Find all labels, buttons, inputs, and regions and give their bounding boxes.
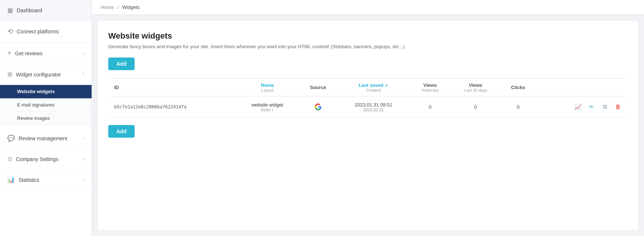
widget-name: website widget Slider I. <box>236 96 299 118</box>
breadcrumb: Home / Widgets <box>92 0 644 15</box>
statistics-icon: 📊 <box>7 176 15 183</box>
puzzle-icon: ⊞ <box>7 71 12 78</box>
sidebar-sub-label: E-mail signatures <box>17 102 54 108</box>
sidebar-item-label: Statistics <box>19 177 39 183</box>
widget-id: b5cfe1a12e6c2066ba76224147a <box>108 96 236 118</box>
sidebar-item-label: Dashboard <box>17 7 42 13</box>
widget-source <box>298 96 337 118</box>
sidebar-item-label: Review management <box>19 135 67 141</box>
sidebar-sub-item-website-widgets[interactable]: Website widgets <box>0 85 92 98</box>
sidebar-item-company-settings[interactable]: ⊙ Company Settings › <box>0 149 92 170</box>
col-header-id: ID <box>108 79 236 96</box>
sidebar-item-widget-configurator[interactable]: ⊞ Widget configurator ˅ <box>0 64 92 85</box>
sidebar-sub-item-review-images[interactable]: Review images <box>0 112 92 125</box>
dashboard-icon: ▦ <box>7 7 13 14</box>
breadcrumb-current: Widgets <box>122 4 140 10</box>
edit-action-icon[interactable]: ✏ <box>586 102 597 112</box>
sidebar-item-statistics[interactable]: 📊 Statistics › <box>0 170 92 190</box>
widget-clicks: 0 <box>501 96 536 118</box>
sidebar-sub-label: Website widgets <box>17 89 55 94</box>
sidebar-item-label: Get reviews <box>15 50 43 56</box>
chart-action-icon[interactable]: 📈 <box>573 102 583 112</box>
chevron-right-icon: › <box>83 177 84 183</box>
table-row: b5cfe1a12e6c2066ba76224147a website widg… <box>108 96 628 118</box>
sidebar-item-dashboard[interactable]: ▦ Dashboard <box>0 0 92 21</box>
col-header-source: Source <box>298 79 337 96</box>
widget-last-saved: 2023.01.31 09:51 2023.01.31 <box>338 96 409 118</box>
sidebar-item-get-reviews[interactable]: + Get reviews › <box>0 43 92 64</box>
sidebar-sub-item-email-signatures[interactable]: E-mail signatures <box>0 98 92 112</box>
col-header-actions <box>536 79 628 96</box>
widget-actions: 📈 ✏ ⧉ 🗑 <box>536 96 628 118</box>
chevron-right-icon: › <box>83 51 84 56</box>
widgets-table: ID Name Layout Source Last saved ▼ Creat… <box>108 78 628 118</box>
sidebar: ▦ Dashboard ⟲ Connect platforms + Get re… <box>0 0 92 236</box>
breadcrumb-separator: / <box>117 4 119 10</box>
bottom-add-container: Add <box>108 125 628 146</box>
col-header-views-30: Views Last 30 days <box>451 79 500 96</box>
sidebar-item-label: Widget configurator <box>16 72 61 78</box>
col-header-last-saved[interactable]: Last saved ▼ Created <box>338 79 409 96</box>
google-icon <box>314 102 323 111</box>
connect-icon: ⟲ <box>7 27 13 36</box>
sidebar-sub-label: Review images <box>17 115 50 121</box>
col-header-views-yesterday: Views Yesterday <box>409 79 451 96</box>
sidebar-item-label: Company Settings <box>16 156 58 162</box>
widget-views-yesterday: 0 <box>409 96 451 118</box>
chat-icon: 💬 <box>7 135 15 142</box>
col-header-clicks: Clicks <box>501 79 536 96</box>
plus-icon: + <box>7 49 11 57</box>
copy-action-icon[interactable]: ⧉ <box>600 102 610 112</box>
main-content: Home / Widgets Website widgets Generate … <box>92 0 644 236</box>
sidebar-item-review-management[interactable]: 💬 Review management › <box>0 128 92 149</box>
chevron-right-icon: › <box>83 136 84 141</box>
add-button-top[interactable]: Add <box>108 58 135 70</box>
page-title: Website widgets <box>108 31 628 41</box>
chevron-right-icon: › <box>83 157 84 162</box>
sidebar-item-connect-platforms[interactable]: ⟲ Connect platforms <box>0 21 92 43</box>
content-area: Website widgets Generate fancy boxes and… <box>98 21 638 230</box>
settings-icon: ⊙ <box>7 155 12 163</box>
widget-views-30: 0 <box>451 96 500 118</box>
chevron-down-icon: ˅ <box>82 72 84 77</box>
add-button-bottom[interactable]: Add <box>108 125 135 138</box>
breadcrumb-home[interactable]: Home <box>101 4 114 10</box>
page-subtitle: Generate fancy boxes and images for your… <box>108 44 628 49</box>
col-header-name[interactable]: Name Layout <box>236 79 299 96</box>
sidebar-item-label: Connect platforms <box>17 29 59 35</box>
delete-action-icon[interactable]: 🗑 <box>613 102 623 112</box>
